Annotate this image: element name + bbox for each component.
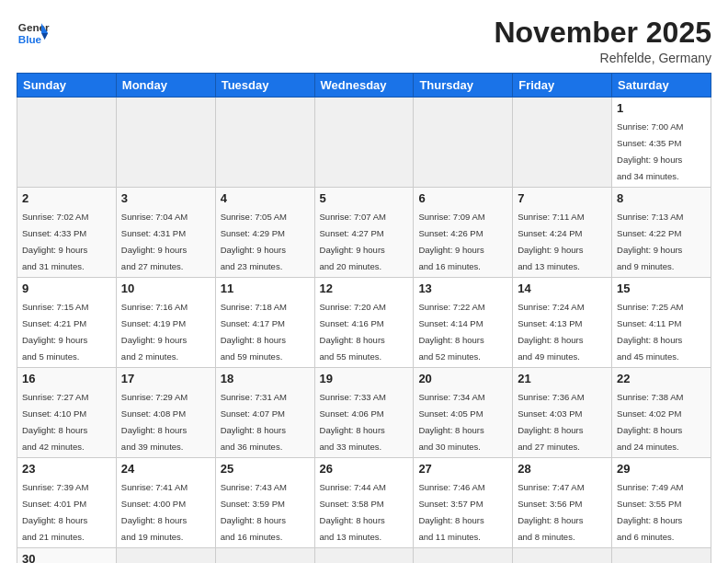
day-cell: 7Sunrise: 7:11 AMSunset: 4:24 PMDaylight… [513,188,612,278]
day-cell: 21Sunrise: 7:36 AMSunset: 4:03 PMDayligh… [513,368,612,458]
day-number: 10 [121,282,210,295]
weekday-header-sunday: Sunday [17,74,117,98]
day-cell: 20Sunrise: 7:34 AMSunset: 4:05 PMDayligh… [414,368,513,458]
day-info: Sunrise: 7:49 AMSunset: 3:55 PMDaylight:… [617,482,683,542]
day-cell: 3Sunrise: 7:04 AMSunset: 4:31 PMDaylight… [116,188,215,278]
week-row-2: 2Sunrise: 7:02 AMSunset: 4:33 PMDaylight… [17,188,711,278]
week-row-1: 1Sunrise: 7:00 AMSunset: 4:35 PMDaylight… [17,98,711,188]
day-cell: 1Sunrise: 7:00 AMSunset: 4:35 PMDaylight… [612,98,711,188]
day-number: 5 [320,191,409,205]
day-info: Sunrise: 7:44 AMSunset: 3:58 PMDaylight:… [320,482,386,542]
day-number: 25 [221,462,310,476]
day-info: Sunrise: 7:05 AMSunset: 4:29 PMDaylight:… [221,212,287,271]
day-cell: 4Sunrise: 7:05 AMSunset: 4:29 PMDaylight… [215,188,314,278]
day-number: 11 [221,282,310,295]
day-cell: 26Sunrise: 7:44 AMSunset: 3:58 PMDayligh… [314,458,414,548]
svg-marker-3 [41,33,48,40]
day-cell: 8Sunrise: 7:13 AMSunset: 4:22 PMDaylight… [612,188,711,278]
day-cell: 14Sunrise: 7:24 AMSunset: 4:13 PMDayligh… [513,278,612,368]
day-cell: 30Sunrise: 7:50 AMSunset: 3:55 PMDayligh… [17,548,117,563]
weekday-header-wednesday: Wednesday [314,74,414,98]
day-info: Sunrise: 7:25 AMSunset: 4:11 PMDaylight:… [617,302,683,362]
day-cell: 16Sunrise: 7:27 AMSunset: 4:10 PMDayligh… [17,368,117,458]
day-number: 23 [22,462,111,476]
day-number: 15 [617,282,706,295]
day-number: 1 [617,101,706,115]
weekday-header-saturday: Saturday [612,74,711,98]
day-number: 7 [518,191,607,205]
day-cell: 6Sunrise: 7:09 AMSunset: 4:26 PMDaylight… [414,188,513,278]
day-number: 12 [320,282,409,295]
day-number: 2 [22,191,111,205]
day-number: 22 [617,372,706,385]
day-cell [215,98,314,188]
day-info: Sunrise: 7:16 AMSunset: 4:19 PMDaylight:… [121,302,188,362]
logo: General Blue [17,17,50,50]
header: General Blue November 2025 Rehfelde, Ger… [17,17,711,65]
day-cell: 13Sunrise: 7:22 AMSunset: 4:14 PMDayligh… [414,278,513,368]
location: Rehfelde, Germany [494,51,711,65]
day-info: Sunrise: 7:43 AMSunset: 3:59 PMDaylight:… [221,482,287,542]
day-info: Sunrise: 7:22 AMSunset: 4:14 PMDaylight:… [418,302,484,362]
day-cell: 22Sunrise: 7:38 AMSunset: 4:02 PMDayligh… [612,368,711,458]
day-info: Sunrise: 7:00 AMSunset: 4:35 PMDaylight:… [617,121,683,181]
day-number: 26 [320,462,409,476]
day-number: 20 [418,372,507,385]
day-cell: 27Sunrise: 7:46 AMSunset: 3:57 PMDayligh… [414,458,513,548]
day-info: Sunrise: 7:02 AMSunset: 4:33 PMDaylight:… [22,212,88,271]
day-number: 17 [121,372,210,385]
day-cell [513,548,612,563]
day-info: Sunrise: 7:34 AMSunset: 4:05 PMDaylight:… [418,392,484,452]
logo-icon: General Blue [17,17,50,50]
day-cell: 19Sunrise: 7:33 AMSunset: 4:06 PMDayligh… [314,368,414,458]
day-number: 9 [22,282,111,295]
day-info: Sunrise: 7:38 AMSunset: 4:02 PMDaylight:… [617,392,683,452]
week-row-5: 23Sunrise: 7:39 AMSunset: 4:01 PMDayligh… [17,458,711,548]
day-info: Sunrise: 7:11 AMSunset: 4:24 PMDaylight:… [518,212,584,271]
day-info: Sunrise: 7:41 AMSunset: 4:00 PMDaylight:… [121,482,188,542]
day-cell: 17Sunrise: 7:29 AMSunset: 4:08 PMDayligh… [116,368,215,458]
day-number: 3 [121,191,210,205]
svg-text:Blue: Blue [18,33,42,45]
day-cell [612,548,711,563]
day-number: 27 [418,462,507,476]
day-number: 29 [617,462,706,476]
day-number: 30 [22,552,111,563]
weekday-header-tuesday: Tuesday [215,74,314,98]
calendar-table: SundayMondayTuesdayWednesdayThursdayFrid… [17,73,711,563]
day-cell [414,98,513,188]
day-number: 18 [221,372,310,385]
day-number: 4 [221,191,310,205]
day-cell [513,98,612,188]
week-row-6: 30Sunrise: 7:50 AMSunset: 3:55 PMDayligh… [17,548,711,563]
day-cell: 18Sunrise: 7:31 AMSunset: 4:07 PMDayligh… [215,368,314,458]
week-row-3: 9Sunrise: 7:15 AMSunset: 4:21 PMDaylight… [17,278,711,368]
day-cell: 23Sunrise: 7:39 AMSunset: 4:01 PMDayligh… [17,458,117,548]
day-number: 19 [320,372,409,385]
day-cell [314,548,414,563]
day-cell: 15Sunrise: 7:25 AMSunset: 4:11 PMDayligh… [612,278,711,368]
weekday-header-monday: Monday [116,74,215,98]
day-cell: 5Sunrise: 7:07 AMSunset: 4:27 PMDaylight… [314,188,414,278]
day-info: Sunrise: 7:04 AMSunset: 4:31 PMDaylight:… [121,212,188,271]
day-info: Sunrise: 7:33 AMSunset: 4:06 PMDaylight:… [320,392,386,452]
day-cell: 10Sunrise: 7:16 AMSunset: 4:19 PMDayligh… [116,278,215,368]
day-cell: 29Sunrise: 7:49 AMSunset: 3:55 PMDayligh… [612,458,711,548]
day-info: Sunrise: 7:31 AMSunset: 4:07 PMDaylight:… [221,392,287,452]
day-cell: 24Sunrise: 7:41 AMSunset: 4:00 PMDayligh… [116,458,215,548]
page: General Blue November 2025 Rehfelde, Ger… [0,0,728,563]
day-number: 14 [518,282,607,295]
day-number: 8 [617,191,706,205]
day-info: Sunrise: 7:07 AMSunset: 4:27 PMDaylight:… [320,212,386,271]
day-cell: 9Sunrise: 7:15 AMSunset: 4:21 PMDaylight… [17,278,117,368]
weekday-header-row: SundayMondayTuesdayWednesdayThursdayFrid… [17,74,711,98]
title-block: November 2025 Rehfelde, Germany [494,17,711,65]
day-cell: 25Sunrise: 7:43 AMSunset: 3:59 PMDayligh… [215,458,314,548]
day-info: Sunrise: 7:27 AMSunset: 4:10 PMDaylight:… [22,392,88,452]
day-info: Sunrise: 7:13 AMSunset: 4:22 PMDaylight:… [617,212,683,271]
month-title: November 2025 [494,17,711,49]
day-number: 13 [418,282,507,295]
day-number: 16 [22,372,111,385]
day-info: Sunrise: 7:29 AMSunset: 4:08 PMDaylight:… [121,392,188,452]
day-info: Sunrise: 7:15 AMSunset: 4:21 PMDaylight:… [22,302,88,362]
